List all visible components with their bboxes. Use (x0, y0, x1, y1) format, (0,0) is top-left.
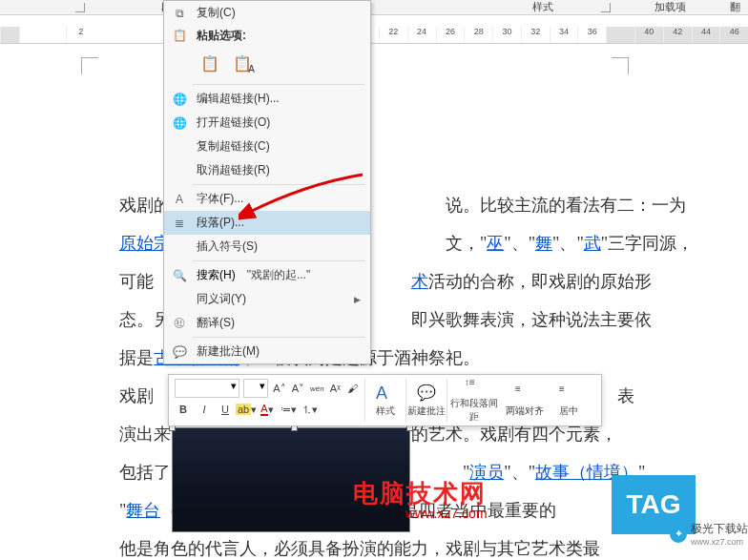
translate-tab[interactable]: 翻 (730, 0, 740, 14)
site-logo: ✦ 极光下载站 www.xz7.com (670, 521, 748, 547)
globe-link-icon: 🌐 (170, 91, 189, 108)
watermark-url: www.xz7.com (405, 506, 488, 521)
menu-edit-hyperlink[interactable]: 🌐 编辑超链接(H)... (164, 87, 370, 111)
numbering-btn[interactable]: ⒈▾ (301, 401, 318, 418)
menu-copy-hyperlink[interactable]: 复制超链接(C) (164, 135, 370, 158)
menu-new-comment[interactable]: 💬 新建批注(M) (164, 340, 370, 363)
bold-btn[interactable]: B (175, 401, 192, 418)
styles-btn[interactable]: A 样式 (365, 375, 405, 425)
menu-copy[interactable]: ⧉ 复制(C) (164, 1, 370, 25)
open-link-icon: 🌐 (170, 114, 189, 132)
menu-insert-symbol[interactable]: 插入符号(S) (164, 235, 370, 259)
page-margin-corner-tl (81, 57, 98, 74)
line-spacing-btn[interactable]: ↕≡ 行和段落间距 (447, 375, 501, 425)
link-wu3[interactable]: 武 (584, 234, 601, 253)
mini-toolbar: ▾ ▾ A˄ A˅ wén Aᵡ 🖌 B I U ab▾ A▾ ≔▾ ⒈▾ A … (168, 374, 602, 426)
menu-font[interactable]: A 字体(F)... (164, 187, 370, 211)
bullets-btn[interactable]: ≔▾ (280, 401, 297, 418)
menu-cancel-hyperlink[interactable]: 取消超链接(R) (164, 158, 370, 182)
comment-icon: 💬 (170, 343, 189, 361)
copy-icon: ⧉ (170, 5, 189, 22)
menu-search[interactable]: 🔍 搜索(H) "戏剧的起..." (164, 263, 370, 287)
fontcolor-btn[interactable]: A▾ (259, 401, 276, 418)
paragraph-group-launcher[interactable] (75, 3, 85, 12)
link-wu1[interactable]: 巫 (487, 234, 504, 253)
phonetic-guide-btn[interactable]: wén (309, 380, 325, 397)
link-art[interactable]: 术 (411, 272, 428, 291)
format-painter-btn[interactable]: 🖌 (345, 380, 359, 397)
new-comment-btn[interactable]: 💬 新建批注 (406, 375, 447, 425)
search-icon: 🔍 (170, 267, 189, 284)
clipboard-icon: 📋 (170, 27, 189, 44)
style-group-launcher[interactable] (601, 3, 611, 12)
horizontal-ruler[interactable]: 2 20 22 24 26 28 30 32 34 36 40 42 44 46 (0, 27, 748, 44)
font-size-select[interactable]: ▾ (243, 379, 269, 398)
submenu-arrow-icon: ▶ (354, 295, 361, 304)
ribbon-strip: 段 样式 加载项 翻 (0, 0, 748, 15)
underline-btn[interactable]: U (217, 401, 234, 418)
italic-btn[interactable]: I (196, 401, 213, 418)
page-margin-corner-tr (612, 57, 629, 74)
font-icon: A (170, 191, 189, 208)
link-wu2[interactable]: 舞 (535, 234, 552, 253)
clear-format-btn[interactable]: Aᵡ (329, 380, 343, 397)
decrease-font-btn[interactable]: A˅ (291, 380, 305, 397)
center-btn[interactable]: ≡ 居中 (549, 375, 589, 425)
menu-paragraph[interactable]: ≣ 段落(P)... (164, 211, 370, 235)
increase-font-btn[interactable]: A˄ (272, 380, 286, 397)
justify-btn[interactable]: ≡ 两端对齐 (501, 375, 549, 425)
translate-icon: ㊓ (170, 315, 189, 332)
style-group-label: 样式 (532, 0, 553, 14)
menu-translate[interactable]: ㊓ 翻译(S) (164, 311, 370, 335)
logo-icon: ✦ (670, 526, 687, 543)
font-family-select[interactable]: ▾ (175, 379, 239, 398)
menu-paste-options-header: 📋 粘贴选项: (164, 25, 370, 46)
link-stage[interactable]: 舞台 (126, 501, 160, 520)
addins-tab[interactable]: 加载项 (654, 0, 686, 14)
menu-open-hyperlink[interactable]: 🌐 打开超链接(O) (164, 111, 370, 135)
paste-option-keep-source[interactable]: 📋 (197, 50, 223, 76)
paragraph-icon: ≣ (170, 215, 189, 232)
paste-option-text-only[interactable]: 📋A (229, 50, 256, 76)
menu-synonyms[interactable]: 同义词(Y) ▶ (164, 287, 370, 311)
highlight-btn[interactable]: ab▾ (238, 401, 255, 418)
context-menu: ⧉ 复制(C) 📋 粘贴选项: 📋 📋A 🌐 编辑超链接(H)... 🌐 打开超… (163, 0, 371, 364)
